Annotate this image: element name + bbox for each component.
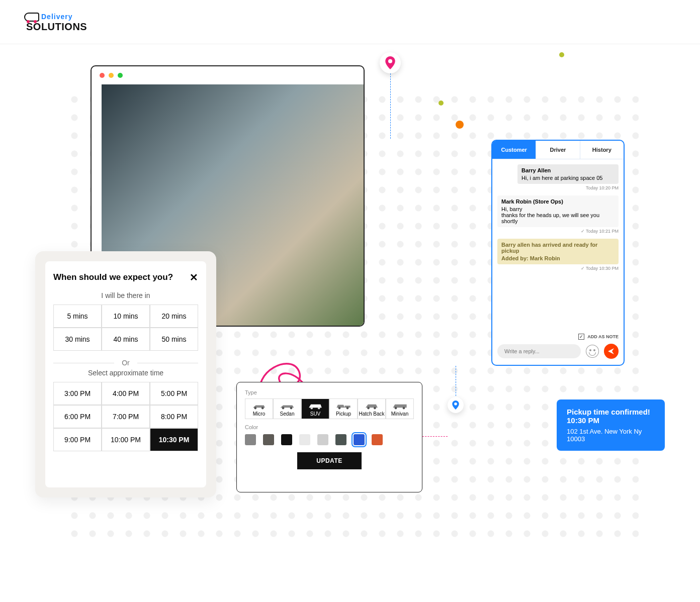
note-author: Added by: Mark Robin bbox=[501, 255, 615, 261]
or-divider: Or bbox=[53, 359, 198, 367]
svg-point-11 bbox=[403, 407, 405, 410]
stage: Customer Driver History Barry Allen Hi, … bbox=[91, 65, 650, 577]
toast-time: 10:30 PM bbox=[567, 416, 655, 425]
close-icon[interactable]: ✕ bbox=[190, 271, 198, 283]
note-text: Barry allen has arrived and ready for pi… bbox=[501, 242, 615, 254]
times-grid: 3:00 PM 4:00 PM 5:00 PM 6:00 PM 7:00 PM … bbox=[53, 382, 198, 451]
color-swatch[interactable] bbox=[335, 434, 346, 445]
window-max-icon bbox=[118, 73, 123, 78]
msg-text: Hi, barry bbox=[501, 206, 615, 212]
time-option[interactable]: 7:00 PM bbox=[102, 405, 150, 428]
eta-option[interactable]: 40 mins bbox=[102, 328, 150, 351]
eta-option[interactable]: 5 mins bbox=[53, 305, 102, 328]
color-label: Color bbox=[245, 424, 414, 430]
msg-timestamp: Today 10:20 PM bbox=[497, 185, 619, 190]
vehicle-type-option-selected[interactable]: SUV bbox=[301, 398, 329, 419]
time-option[interactable]: 5:00 PM bbox=[150, 382, 198, 405]
color-swatch[interactable] bbox=[299, 434, 310, 445]
modal-title: When should we expect you? bbox=[53, 272, 198, 282]
time-option[interactable]: 6:00 PM bbox=[53, 405, 102, 428]
send-button[interactable] bbox=[604, 344, 619, 359]
chat-panel: Customer Driver History Barry Allen Hi, … bbox=[491, 140, 625, 366]
time-option-selected[interactable]: 10:30 PM bbox=[150, 428, 198, 451]
svg-point-7 bbox=[346, 407, 349, 410]
svg-point-9 bbox=[374, 407, 376, 410]
logo-bottom: OLUTIONS bbox=[33, 21, 87, 32]
time-option[interactable]: 3:00 PM bbox=[53, 382, 102, 405]
vehicle-type-option[interactable]: Pickup bbox=[329, 398, 358, 419]
minutes-grid: 5 mins 10 mins 20 mins 30 mins 40 mins 5… bbox=[53, 305, 198, 351]
connector-line bbox=[456, 366, 456, 396]
add-as-note-toggle[interactable]: ✓ ADD AS NOTE bbox=[492, 334, 624, 344]
msg-text: thanks for the heads up, we will see you… bbox=[501, 212, 615, 224]
svg-point-4 bbox=[310, 407, 313, 410]
confirmation-toast: Pickup time confirmed! 10:30 PM 102 1st … bbox=[557, 399, 665, 451]
msg-sender: Barry Allen bbox=[521, 167, 615, 173]
color-swatch[interactable] bbox=[372, 434, 383, 445]
brand-logo: Delivery SOLUTIONS bbox=[24, 13, 87, 32]
vehicle-types: Micro Sedan SUV Pickup Hatch Back Miniva… bbox=[245, 398, 414, 419]
chat-note: Barry allen has arrived and ready for pi… bbox=[497, 239, 619, 264]
vehicle-type-option[interactable]: Sedan bbox=[273, 398, 301, 419]
tab-driver[interactable]: Driver bbox=[536, 141, 580, 159]
accent-dot bbox=[559, 52, 564, 57]
svg-point-2 bbox=[282, 407, 285, 410]
svg-point-1 bbox=[261, 407, 264, 410]
vehicle-type-option[interactable]: Micro bbox=[245, 398, 273, 419]
toast-title: Pickup time confirmed! bbox=[567, 408, 655, 416]
time-option[interactable]: 10:00 PM bbox=[102, 428, 150, 451]
eta-option[interactable]: 20 mins bbox=[150, 305, 198, 328]
connector-line bbox=[422, 436, 448, 437]
accent-dot bbox=[439, 101, 444, 106]
connector-line bbox=[390, 73, 391, 139]
eta-option[interactable]: 30 mins bbox=[53, 328, 102, 351]
truck-icon bbox=[24, 13, 39, 22]
reply-bar bbox=[492, 344, 624, 365]
tab-history[interactable]: History bbox=[580, 141, 624, 159]
color-swatches bbox=[245, 434, 414, 445]
time-option[interactable]: 4:00 PM bbox=[102, 382, 150, 405]
type-label: Type bbox=[245, 389, 414, 395]
chat-msg-outgoing: Mark Robin (Store Ops) Hi, barry thanks … bbox=[497, 195, 619, 227]
chat-msg-incoming: Barry Allen Hi, i am here at parking spa… bbox=[517, 164, 619, 184]
msg-timestamp: ✓ Today 10:30 PM bbox=[497, 266, 619, 271]
window-min-icon bbox=[109, 73, 114, 78]
color-swatch[interactable] bbox=[317, 434, 328, 445]
vehicle-type-option[interactable]: Hatch Back bbox=[358, 398, 386, 419]
eta-option[interactable]: 10 mins bbox=[102, 305, 150, 328]
window-close-icon bbox=[100, 73, 105, 78]
toast-address: 102 1st Ave. New York Ny 10003 bbox=[567, 428, 655, 443]
tab-customer[interactable]: Customer bbox=[492, 141, 536, 159]
reply-input[interactable] bbox=[497, 344, 581, 358]
map-pin-icon bbox=[448, 397, 464, 413]
svg-point-3 bbox=[290, 407, 293, 410]
logo-top: Delivery bbox=[41, 12, 72, 20]
svg-point-13 bbox=[454, 403, 457, 406]
map-pin-icon bbox=[380, 52, 401, 73]
color-swatch[interactable] bbox=[263, 434, 274, 445]
msg-sender: Mark Robin (Store Ops) bbox=[501, 198, 615, 205]
time-option[interactable]: 9:00 PM bbox=[53, 428, 102, 451]
checkbox-icon[interactable]: ✓ bbox=[578, 334, 584, 340]
browser-titlebar bbox=[92, 66, 364, 84]
time-option[interactable]: 8:00 PM bbox=[150, 405, 198, 428]
update-button[interactable]: UPDATE bbox=[297, 452, 361, 469]
color-swatch[interactable] bbox=[245, 434, 256, 445]
svg-point-0 bbox=[254, 407, 256, 410]
chat-tabs: Customer Driver History bbox=[492, 141, 624, 159]
vehicle-type-option[interactable]: Minivan bbox=[386, 398, 414, 419]
svg-point-12 bbox=[388, 59, 392, 63]
modal-subtitle: I will be there in bbox=[53, 291, 198, 299]
add-note-label: ADD AS NOTE bbox=[587, 334, 619, 339]
color-swatch[interactable] bbox=[281, 434, 292, 445]
eta-option[interactable]: 50 mins bbox=[150, 328, 198, 351]
eta-modal-card: ✕ When should we expect you? I will be t… bbox=[35, 251, 216, 497]
msg-text: Hi, i am here at parking space 05 bbox=[521, 175, 615, 181]
emoji-icon[interactable] bbox=[586, 345, 599, 358]
svg-point-5 bbox=[318, 407, 320, 410]
app-header: Delivery SOLUTIONS bbox=[0, 0, 700, 44]
modal-subtitle: Select approximate time bbox=[53, 369, 198, 377]
vehicle-panel: Type Micro Sedan SUV Pickup Hatch Back M… bbox=[236, 382, 422, 492]
color-swatch[interactable] bbox=[354, 434, 365, 445]
svg-point-10 bbox=[395, 407, 397, 410]
